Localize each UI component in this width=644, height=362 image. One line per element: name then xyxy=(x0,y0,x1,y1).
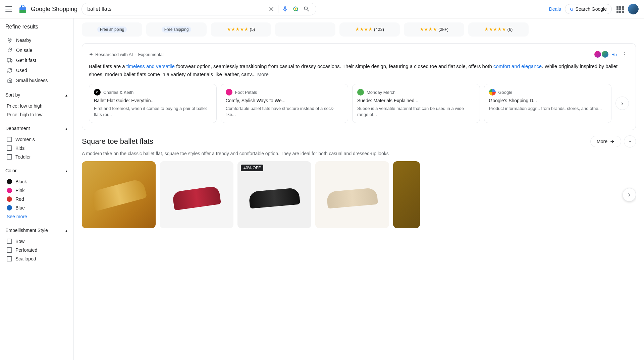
department-header[interactable]: Department xyxy=(5,124,68,132)
clear-search-button[interactable] xyxy=(267,5,275,13)
sidebar-item-nearby[interactable]: Nearby xyxy=(5,35,68,45)
kids-label: Kids' xyxy=(15,145,25,151)
source-cards-next-button[interactable]: › xyxy=(615,97,629,110)
source-card-monday-merch[interactable]: Monday Merch Suede: Materials Explained.… xyxy=(352,84,480,123)
products-next-button[interactable] xyxy=(623,188,636,201)
department-kids[interactable]: Kids' xyxy=(5,144,68,153)
sort-header[interactable]: Sort by xyxy=(5,91,68,99)
product-card-2[interactable] xyxy=(160,161,233,228)
ai-options-button[interactable]: ⋮ xyxy=(620,50,629,58)
ai-count: +5 xyxy=(612,52,617,57)
source-card-google[interactable]: Google Google's Shopping D... Product in… xyxy=(484,84,612,123)
mm-logo xyxy=(357,89,364,96)
apps-button[interactable] xyxy=(616,5,624,13)
more-label: More xyxy=(597,139,607,144)
womens-checkbox[interactable] xyxy=(7,137,12,142)
ai-header-right: +5 ⋮ xyxy=(594,50,629,58)
search-divider xyxy=(278,5,278,13)
department-womens[interactable]: Women's xyxy=(5,135,68,144)
strip-card-3[interactable]: ★★★★★ (5) xyxy=(211,22,271,37)
color-header[interactable]: Color xyxy=(5,167,68,175)
small-business-icon xyxy=(7,77,13,83)
avatar[interactable] xyxy=(628,4,639,14)
product-card-4[interactable] xyxy=(315,161,389,228)
red-label: Red xyxy=(15,196,24,202)
collapse-section-button[interactable] xyxy=(624,135,636,147)
embellishment-scalloped[interactable]: Scalloped xyxy=(5,254,68,263)
voice-search-button[interactable] xyxy=(281,5,289,13)
strip-card-5[interactable]: ★★★★ (423) xyxy=(339,22,400,37)
strip-rating-3: ★★★★★ (5) xyxy=(227,26,255,32)
svg-point-8 xyxy=(8,61,9,62)
strip-rating-5: ★★★★ (423) xyxy=(355,26,384,32)
sort-price-high-low[interactable]: Price: high to low xyxy=(5,110,68,119)
scalloped-checkbox[interactable] xyxy=(7,256,12,261)
sidebar-item-get-it-fast[interactable]: Get it fast xyxy=(5,55,68,65)
product-card-1[interactable] xyxy=(82,161,156,228)
strip-card-6[interactable]: ★★★★ (2k+) xyxy=(404,22,464,37)
embellishment-bow[interactable]: Bow xyxy=(5,237,68,246)
source-header-fp: Foot Petals xyxy=(226,89,343,96)
svg-rect-7 xyxy=(7,58,11,61)
on-sale-label: On sale xyxy=(16,48,32,53)
strip-card-2[interactable]: Free shipping xyxy=(146,22,207,37)
count-5: (423) xyxy=(374,27,384,32)
color-blue[interactable]: Blue xyxy=(5,203,68,212)
more-button[interactable]: More xyxy=(590,136,621,147)
bow-checkbox[interactable] xyxy=(7,239,12,244)
count-3: (5) xyxy=(250,27,255,32)
embellishment-perforated[interactable]: Perforated xyxy=(5,246,68,254)
department-collapse-icon xyxy=(65,126,68,131)
deals-button[interactable]: Deals xyxy=(549,6,561,12)
sidebar: Refine results Nearby On sale Get it fas… xyxy=(0,18,74,360)
department-toddler[interactable]: Toddler xyxy=(5,153,68,161)
perforated-checkbox[interactable] xyxy=(7,247,12,253)
product-card-3[interactable]: 40% OFF xyxy=(237,161,311,228)
search-input[interactable] xyxy=(87,6,265,12)
sort-price-low-high[interactable]: Price: low to high xyxy=(5,102,68,110)
source-card-charles-keith[interactable]: C Charles & Keith Ballet Flat Guide: Eve… xyxy=(89,84,217,123)
sidebar-item-on-sale[interactable]: On sale xyxy=(5,45,68,55)
department-title: Department xyxy=(5,126,30,131)
section-controls: More xyxy=(590,135,636,147)
used-label: Used xyxy=(16,68,27,73)
sort-section: Sort by Price: low to high Price: high t… xyxy=(5,91,68,119)
kids-checkbox[interactable] xyxy=(7,145,12,151)
product-image-3 xyxy=(237,161,311,228)
google-g-icon: G xyxy=(570,7,573,12)
ai-more-link[interactable]: More xyxy=(257,71,269,77)
product-card-5[interactable] xyxy=(393,161,420,228)
svg-rect-2 xyxy=(19,10,26,13)
strip-card-4[interactable] xyxy=(275,22,335,37)
svg-point-9 xyxy=(11,61,12,62)
fp-logo xyxy=(226,89,232,96)
sidebar-item-used[interactable]: Used xyxy=(5,65,68,75)
strip-card-1[interactable]: Free shipping xyxy=(82,22,142,37)
square-toe-section: Square toe ballet flats More A modern ta… xyxy=(82,135,636,228)
ai-researched-label: Researched with AI xyxy=(95,52,133,57)
color-collapse-icon xyxy=(65,168,68,173)
stars-6: ★★★★ xyxy=(420,26,437,32)
menu-button[interactable] xyxy=(5,5,13,13)
stars-7: ★★★★★ xyxy=(484,26,506,32)
see-more-colors[interactable]: See more xyxy=(5,212,68,221)
main-content: Free shipping Free shipping ★★★★★ (5) ★★… xyxy=(74,18,644,360)
embellishment-header[interactable]: Embellishment Style xyxy=(5,226,68,234)
toddler-checkbox[interactable] xyxy=(7,154,12,160)
svg-point-4 xyxy=(295,8,297,10)
sidebar-item-small-business[interactable]: Small business xyxy=(5,75,68,85)
color-black[interactable]: Black xyxy=(5,177,68,186)
ai-highlight-2: comfort and elegance xyxy=(493,63,542,69)
ai-separator: · xyxy=(135,52,136,57)
search-submit-button[interactable] xyxy=(303,5,311,13)
google-shopping-logo[interactable]: Google Shopping xyxy=(17,4,77,14)
ai-badge: ✦ Researched with AI · Experimental xyxy=(89,51,164,58)
ai-avatar-1 xyxy=(594,50,602,58)
mm-title: Suede: Materials Explained... xyxy=(357,98,475,104)
search-google-button[interactable]: G Search Google xyxy=(565,4,612,14)
color-red[interactable]: Red xyxy=(5,195,68,203)
strip-card-7[interactable]: ★★★★★ (6) xyxy=(468,22,529,37)
color-pink[interactable]: Pink xyxy=(5,186,68,195)
source-card-foot-petals[interactable]: Foot Petals Comfy, Stylish Ways to We...… xyxy=(221,84,348,123)
lens-search-button[interactable] xyxy=(292,5,300,13)
